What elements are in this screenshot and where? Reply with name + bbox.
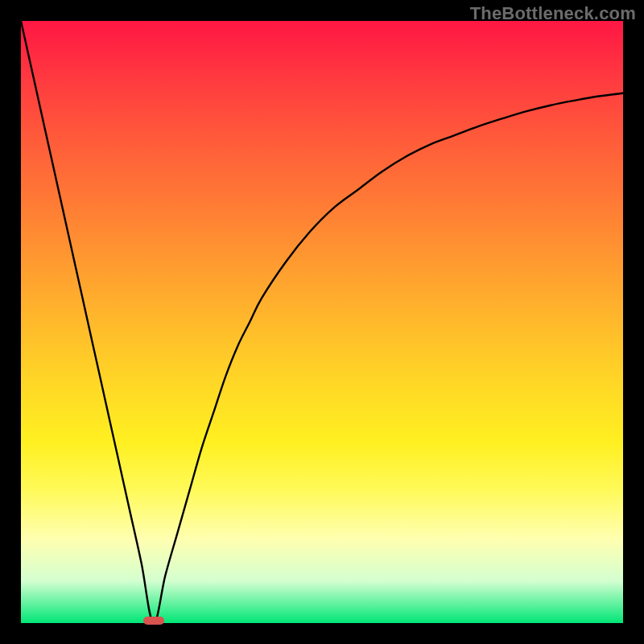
minimum-marker	[143, 617, 164, 625]
chart-frame: TheBottleneck.com	[0, 0, 644, 644]
bottleneck-curve	[21, 21, 623, 623]
watermark-text: TheBottleneck.com	[470, 3, 636, 24]
curve-svg	[21, 21, 623, 623]
plot-area	[21, 21, 623, 623]
